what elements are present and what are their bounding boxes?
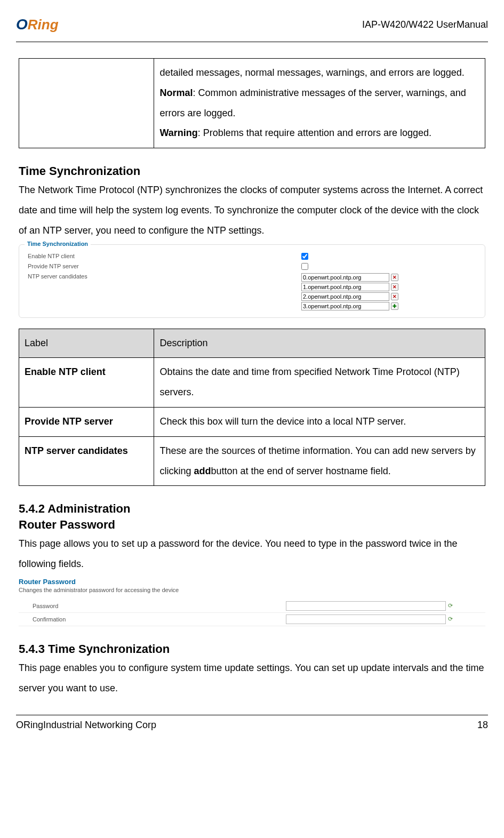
time-sync-fieldset: Time Synchronization Enable NTP client P… <box>19 244 485 318</box>
document-title: IAP-W420/W422 UserManual <box>362 19 488 30</box>
time-sync-heading: Time Synchronization <box>19 164 485 178</box>
enable-ntp-label: Enable NTP client <box>28 253 301 259</box>
password-row: Password 🔑 ⟳ <box>19 600 485 613</box>
ntp-candidate-input[interactable] <box>301 302 389 310</box>
ntp-candidate-input[interactable] <box>301 292 389 301</box>
reveal-password-icon[interactable]: ⟳ <box>448 602 455 610</box>
brand-logo: ORing <box>16 16 59 33</box>
table-row: detailed messages, normal messages, warn… <box>19 59 485 148</box>
table-header-row: Label Description <box>19 329 485 358</box>
remove-candidate-button[interactable]: ✕ <box>391 274 398 281</box>
th-label: Label <box>19 329 154 358</box>
add-candidate-button[interactable]: ✚ <box>391 302 398 310</box>
log-level-description-cell: detailed messages, normal messages, warn… <box>154 59 485 148</box>
td-label: Provide NTP server <box>19 407 154 436</box>
ntp-candidate-item: ✕ <box>301 292 476 301</box>
add-bold: add <box>194 466 211 476</box>
time-sync-2-paragraph: This page enables you to configure syste… <box>19 658 485 699</box>
remove-candidate-button[interactable]: ✕ <box>391 293 398 300</box>
header-divider <box>16 42 488 42</box>
ntp-candidate-item: ✕ <box>301 273 476 282</box>
table-row: Enable NTP client Obtains the date and t… <box>19 358 485 408</box>
ntp-candidates-row: NTP server candidates ✕ ✕ ✕ <box>25 272 479 312</box>
reveal-confirmation-icon[interactable]: ⟳ <box>448 616 455 623</box>
router-password-subheading: Router Password <box>19 518 485 532</box>
time-sync-table: Label Description Enable NTP client Obta… <box>19 329 485 486</box>
page-header: ORing IAP-W420/W422 UserManual <box>16 16 488 36</box>
normal-label: Normal <box>159 87 193 98</box>
time-sync-2-heading: 5.4.3 Time Synchronization <box>19 642 485 656</box>
ntp-candidate-item: ✕ <box>301 283 476 291</box>
footer-company: ORingIndustrial Networking Corp <box>16 720 156 731</box>
empty-label-cell <box>19 59 154 148</box>
confirmation-label: Confirmation <box>33 616 286 622</box>
router-password-panel: Router Password Changes the administrato… <box>19 578 485 626</box>
page-footer: ORingIndustrial Networking Corp 18 <box>16 715 488 731</box>
enable-ntp-checkbox[interactable] <box>301 253 308 260</box>
th-description: Description <box>154 329 485 358</box>
td-label: Enable NTP client <box>19 358 154 408</box>
provide-ntp-row: Provide NTP server <box>25 261 479 272</box>
ntp-candidates-label: NTP server candidates <box>28 273 301 280</box>
warning-text: : Problems that require attention and er… <box>198 127 431 138</box>
td-desc: Check this box will turn the device into… <box>154 407 485 436</box>
password-label: Password <box>33 603 286 609</box>
table-row: NTP server candidates These are the sour… <box>19 436 485 486</box>
td-desc: Obtains the date and time from specified… <box>154 358 485 408</box>
administration-heading: 5.4.2 Administration <box>19 502 485 516</box>
router-password-paragraph: This page allows you to set up a passwor… <box>19 534 485 574</box>
provide-ntp-label: Provide NTP server <box>28 263 301 269</box>
desc-part-b: button at the end of server hostname fie… <box>211 466 391 476</box>
time-sync-legend: Time Synchronization <box>25 241 91 247</box>
ntp-candidate-item: ✚ <box>301 302 476 310</box>
time-sync-paragraph: The Network Time Protocol (NTP) synchron… <box>19 180 485 241</box>
logo-o-glyph: O <box>16 16 28 33</box>
footer-page-number: 18 <box>477 720 488 731</box>
confirmation-row: Confirmation 🔑 ⟳ <box>19 613 485 626</box>
normal-text: : Common administrative messages of the … <box>159 87 466 118</box>
ntp-candidate-input[interactable] <box>301 283 389 291</box>
td-label: NTP server candidates <box>19 436 154 486</box>
password-input[interactable] <box>286 601 446 611</box>
detailed-text: detailed messages, normal messages, warn… <box>159 67 464 78</box>
enable-ntp-row: Enable NTP client <box>25 251 479 261</box>
warning-label: Warning <box>159 127 197 138</box>
logo-ring-glyph: Ring <box>28 17 59 33</box>
rp-panel-title: Router Password <box>19 578 485 586</box>
log-level-table-continued: detailed messages, normal messages, warn… <box>19 58 485 148</box>
provide-ntp-checkbox[interactable] <box>301 263 308 270</box>
rp-panel-subtitle: Changes the administrator password for a… <box>19 587 485 593</box>
ntp-candidates-list: ✕ ✕ ✕ ✚ <box>301 273 476 310</box>
td-desc: These are the sources of thetime informa… <box>154 436 485 486</box>
remove-candidate-button[interactable]: ✕ <box>391 283 398 291</box>
confirmation-input[interactable] <box>286 614 446 624</box>
table-row: Provide NTP server Check this box will t… <box>19 407 485 436</box>
ntp-candidate-input[interactable] <box>301 273 389 282</box>
